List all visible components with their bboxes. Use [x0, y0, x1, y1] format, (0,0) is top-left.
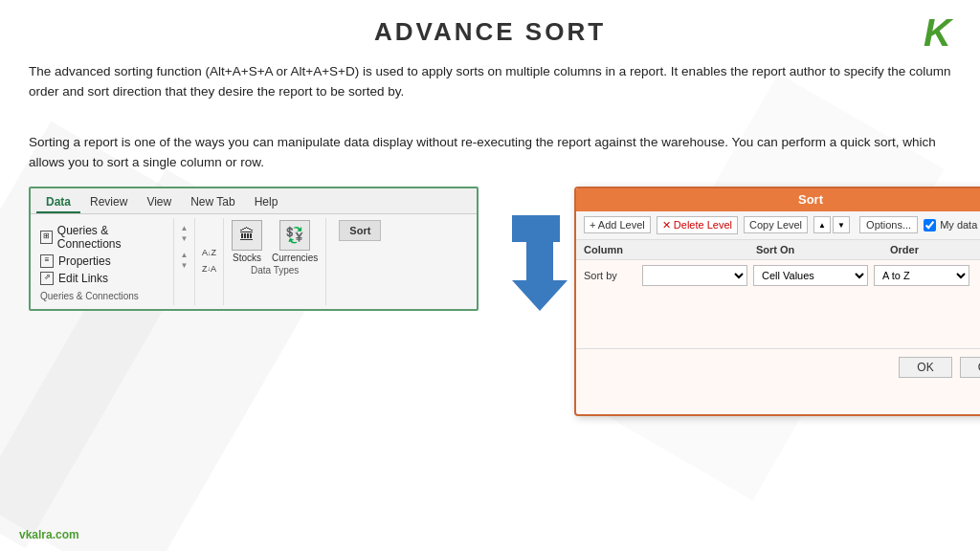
currencies-item[interactable]: 💱 Currencies	[272, 220, 318, 263]
svg-rect-1	[512, 215, 560, 242]
svg-marker-3	[512, 280, 568, 311]
header: ADVANCE SORT K	[29, 17, 951, 47]
tab-help[interactable]: Help	[245, 192, 288, 213]
sort-dialog: Sort ? × + Add Level ✕ Delete Level Copy…	[574, 187, 980, 416]
order-header: Order	[890, 244, 980, 255]
order-select[interactable]: A to Z	[874, 265, 969, 286]
currencies-icon: 💱	[279, 220, 310, 251]
dialog-footer: OK Cancel	[576, 348, 980, 386]
my-data-checkbox-input[interactable]	[924, 219, 936, 231]
sort-by-label: Sort by	[584, 270, 636, 281]
add-level-button[interactable]: + Add Level	[584, 216, 651, 233]
az-sort-group: A ↓ Z Z ↓ A	[195, 218, 224, 305]
connections-group-label: Queries & Connections	[40, 291, 164, 301]
sort-row: Sort by Cell Values A to Z	[576, 260, 980, 291]
description-1: The advanced sorting function (Alt+A+S+A…	[29, 62, 951, 102]
tab-review[interactable]: Review	[80, 192, 137, 213]
properties-icon: ≡	[40, 254, 54, 268]
column-header: Column	[584, 244, 756, 255]
ribbon-tabs: Data Review View New Tab Help	[31, 188, 477, 214]
stocks-item[interactable]: 🏛 Stocks	[232, 220, 262, 263]
data-types-group: 🏛 Stocks 💱 Currencies Data Types	[224, 218, 326, 305]
up-button[interactable]: ▲	[813, 216, 831, 233]
tab-new-tab[interactable]: New Tab	[181, 192, 244, 213]
description-2: Sorting a report is one of the ways you …	[29, 133, 951, 173]
queries-label: Queries & Connections	[57, 224, 164, 251]
svg-rect-2	[526, 242, 553, 280]
ribbon-body: ⊞ Queries & Connections ≡ Properties ⇗ E…	[31, 214, 477, 309]
scroll-up2-icon[interactable]: ▲	[181, 251, 189, 259]
properties-item[interactable]: ≡ Properties	[40, 253, 164, 270]
delete-level-button[interactable]: ✕ Delete Level	[657, 216, 738, 234]
logo-icon: K	[924, 11, 951, 54]
stocks-icon: 🏛	[232, 220, 262, 251]
scroll-down2-icon[interactable]: ▼	[181, 261, 189, 270]
my-data-label: My data has headers	[940, 219, 980, 231]
tab-view[interactable]: View	[137, 192, 181, 213]
down-button[interactable]: ▼	[833, 216, 850, 233]
properties-label: Properties	[58, 254, 111, 268]
queries-connections-item[interactable]: ⊞ Queries & Connections	[40, 222, 164, 253]
main-area: Data Review View New Tab Help ⊞ Queries …	[29, 187, 951, 416]
column-select[interactable]	[642, 265, 747, 286]
stocks-label: Stocks	[233, 253, 261, 263]
column-headers: Column Sort On Order	[576, 240, 980, 260]
dialog-title: Sort	[622, 192, 980, 207]
connections-group: ⊞ Queries & Connections ≡ Properties ⇗ E…	[31, 218, 174, 305]
ok-button[interactable]: OK	[899, 357, 951, 378]
sort-button[interactable]: Sort	[339, 220, 381, 241]
a-label2: A	[211, 264, 216, 275]
tab-data[interactable]: Data	[36, 192, 80, 213]
scroll-up-icon[interactable]: ▲	[181, 224, 189, 232]
logo: K	[924, 13, 951, 52]
z-label: Z	[212, 248, 217, 258]
copy-level-button[interactable]: Copy Level	[744, 216, 808, 233]
sort-on-select[interactable]: Cell Values	[753, 265, 868, 286]
scroll-down-icon[interactable]: ▼	[181, 234, 189, 243]
edit-links-item[interactable]: ⇗ Edit Links	[40, 270, 164, 287]
my-data-headers-checkbox[interactable]: My data has headers	[924, 219, 980, 231]
sort-label: Sort	[349, 225, 370, 236]
sort-button-group: Sort	[326, 218, 393, 305]
data-types-label: Data Types	[251, 265, 299, 276]
sort-on-header: Sort On	[756, 244, 890, 255]
data-type-items: 🏛 Stocks 💱 Currencies	[232, 220, 318, 263]
arrow-and-dialog: Sort ? × + Add Level ✕ Delete Level Copy…	[507, 187, 980, 416]
currencies-label: Currencies	[272, 253, 318, 263]
scroll-group: ▲ ▼ ▲ ▼	[174, 218, 195, 305]
up-down-buttons: ▲ ▼	[813, 216, 850, 233]
cancel-button[interactable]: Cancel	[960, 357, 980, 378]
edit-links-icon: ⇗	[40, 272, 54, 285]
page-title: ADVANCE SORT	[374, 17, 606, 47]
options-button[interactable]: Options...	[859, 216, 918, 233]
dialog-titlebar: Sort ? ×	[576, 188, 980, 211]
az-sort-asc[interactable]: A ↓ Z	[202, 248, 216, 258]
table-icon: ⊞	[40, 231, 53, 244]
excel-ribbon: Data Review View New Tab Help ⊞ Queries …	[29, 187, 479, 311]
footer-link: vkalra.com	[19, 528, 79, 541]
edit-links-label: Edit Links	[58, 272, 108, 285]
dialog-toolbar: + Add Level ✕ Delete Level Copy Level ▲ …	[576, 211, 980, 240]
za-sort-desc[interactable]: Z ↓ A	[202, 264, 216, 275]
